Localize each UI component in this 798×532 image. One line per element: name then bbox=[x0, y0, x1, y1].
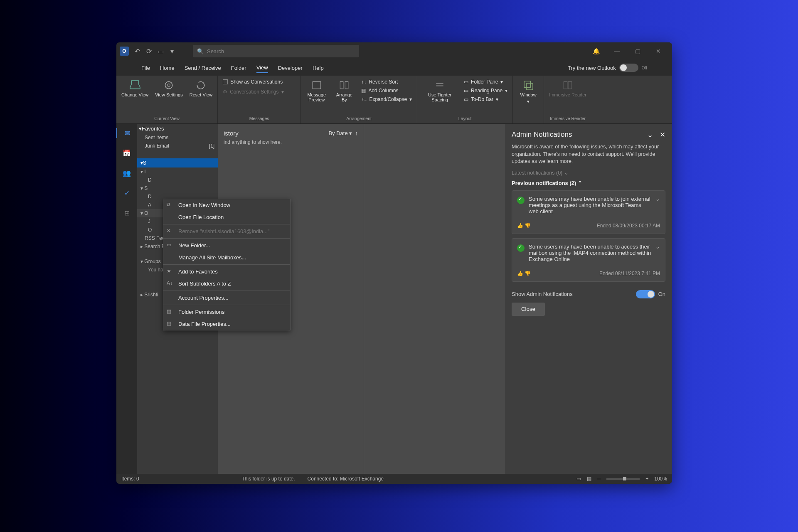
close-pane-icon[interactable]: ✕ bbox=[660, 131, 665, 139]
context-menu-item[interactable]: ▭New Folder... bbox=[163, 239, 290, 251]
mail-icon[interactable]: ✉ bbox=[116, 128, 137, 138]
window-button[interactable]: Window▾ bbox=[516, 78, 540, 106]
try-new-outlook-label: Try the new Outlook bbox=[568, 65, 616, 71]
menu-item-icon: ▭ bbox=[167, 242, 173, 249]
reading-pane bbox=[364, 124, 505, 474]
undo-icon[interactable]: ↶ bbox=[133, 47, 141, 55]
admin-intro: Microsoft is aware of the following issu… bbox=[512, 143, 665, 165]
tab-help[interactable]: Help bbox=[313, 63, 324, 73]
admin-pane-header: Admin Notifications ⌄✕ bbox=[512, 131, 665, 139]
collapse-icon[interactable]: ⌄ bbox=[647, 131, 653, 139]
close-admin-button[interactable]: Close bbox=[512, 303, 545, 316]
context-menu-item[interactable]: A↓Sort Subfolders A to Z bbox=[163, 278, 290, 290]
close-button[interactable]: ✕ bbox=[652, 48, 665, 54]
refresh-icon[interactable]: ⟳ bbox=[145, 47, 153, 55]
toggle-off-label: Off bbox=[642, 66, 647, 70]
svg-rect-5 bbox=[524, 81, 530, 87]
reading-pane-button[interactable]: ▭ Reading Pane ▾ bbox=[462, 87, 509, 94]
expand-collapse-button[interactable]: +₋ Expand/Collapse ▾ bbox=[360, 96, 414, 103]
search-icon: 🔍 bbox=[197, 48, 204, 54]
context-menu-item[interactable]: ★Add to Favorites bbox=[163, 266, 290, 278]
chevron-down-icon[interactable]: ⌄ bbox=[655, 244, 660, 262]
search-input[interactable]: 🔍 Search bbox=[193, 45, 359, 57]
menu-item-icon: A↓ bbox=[167, 280, 173, 287]
zoom-slider[interactable] bbox=[606, 478, 640, 480]
view-normal-icon[interactable]: ▭ bbox=[576, 476, 581, 482]
tab-developer[interactable]: Developer bbox=[278, 63, 303, 73]
context-menu-item[interactable]: ▤Data File Properties... bbox=[163, 318, 290, 330]
chevron-down-icon[interactable]: ⌄ bbox=[655, 196, 660, 214]
folder-pane-button[interactable]: ▭ Folder Pane ▾ bbox=[462, 78, 509, 86]
zoom-in-icon[interactable]: + bbox=[645, 476, 648, 482]
zoom-out-icon[interactable]: ─ bbox=[597, 476, 601, 482]
context-menu-item[interactable]: ▤Folder Permissions bbox=[163, 306, 290, 318]
folder-sent-items[interactable]: Sent Items bbox=[137, 133, 218, 142]
sort-by-date[interactable]: By Date ▾ ↑ bbox=[328, 130, 358, 136]
todo-bar-button[interactable]: ▭ To-Do Bar ▾ bbox=[462, 96, 509, 103]
calendar-icon[interactable]: 📅 bbox=[122, 148, 132, 158]
conversation-settings-button: ⚙Conversation Settings▾ bbox=[221, 88, 285, 96]
tab-file[interactable]: File bbox=[141, 63, 150, 73]
folder-inbox[interactable]: ▾ I bbox=[137, 167, 218, 176]
bell-icon[interactable]: 🔔 bbox=[590, 48, 602, 54]
previous-notifications-header[interactable]: Previous notifications (2) ⌃ bbox=[512, 180, 665, 186]
tab-send-receive[interactable]: Send / Receive bbox=[185, 63, 221, 73]
reverse-sort-button[interactable]: ↑↓ Reverse Sort bbox=[360, 78, 414, 86]
change-view-button[interactable]: Change View bbox=[120, 78, 150, 99]
folder-s2[interactable]: ▾ S bbox=[137, 184, 218, 192]
maximize-button[interactable]: ▢ bbox=[631, 48, 644, 54]
latest-notifications-header[interactable]: Latest notifications (0) ⌄ bbox=[512, 170, 665, 176]
archive-icon[interactable]: ▭ bbox=[156, 47, 165, 55]
notification-card[interactable]: Some users may have been unable to acces… bbox=[512, 238, 665, 282]
tab-home[interactable]: Home bbox=[160, 63, 175, 73]
context-menu-item[interactable]: Open File Location bbox=[163, 211, 290, 223]
feedback-icons[interactable]: 👍 👎 bbox=[517, 271, 531, 276]
context-menu-item[interactable]: Manage All Site Mailboxes... bbox=[163, 251, 290, 264]
add-columns-button[interactable]: ▦ Add Columns bbox=[360, 87, 414, 94]
tasks-icon[interactable]: ✓ bbox=[122, 188, 132, 198]
people-icon[interactable]: 👥 bbox=[122, 168, 132, 178]
show-as-conversations-checkbox[interactable]: Show as Conversations bbox=[221, 78, 284, 86]
empty-message: ind anything to show here. bbox=[224, 139, 358, 145]
tab-folder[interactable]: Folder bbox=[231, 63, 246, 73]
context-menu-item[interactable]: ⧉Open in New Window bbox=[163, 199, 290, 211]
menu-item-icon: ⧉ bbox=[167, 202, 173, 208]
group-current-view-label: Current View bbox=[120, 116, 214, 121]
feedback-icons[interactable]: 👍 👎 bbox=[517, 223, 531, 229]
favorites-header[interactable]: ▾Favorites bbox=[137, 124, 218, 133]
nav-rail: ✉ 📅 👥 ✓ ⊞ bbox=[116, 124, 137, 474]
show-admin-notifications-label: Show Admin Notifications bbox=[512, 291, 573, 297]
folder-title: istory bbox=[224, 130, 239, 137]
minimize-button[interactable]: — bbox=[611, 48, 623, 54]
zoom-level: 100% bbox=[654, 476, 667, 482]
qat-dropdown-icon[interactable]: ▾ bbox=[168, 47, 176, 55]
folder-junk-email[interactable]: Junk Email[1] bbox=[137, 142, 218, 150]
use-tighter-spacing-button[interactable]: Use Tighter Spacing bbox=[421, 78, 459, 104]
folder-d1[interactable]: D bbox=[137, 176, 218, 184]
message-preview-button[interactable]: Message Preview bbox=[304, 78, 329, 104]
status-bar: Items: 0 This folder is up to date. Conn… bbox=[116, 474, 672, 484]
svg-rect-3 bbox=[340, 81, 344, 89]
titlebar: O ↶ ⟳ ▭ ▾ 🔍 Search 🔔 — ▢ ✕ bbox=[116, 42, 672, 60]
group-immersive-label: Immersive Reader bbox=[547, 116, 588, 121]
menu-item-icon: ✕ bbox=[167, 228, 173, 234]
context-menu-item[interactable]: Account Properties... bbox=[163, 292, 290, 304]
svg-rect-6 bbox=[527, 84, 533, 90]
view-settings-button[interactable]: View Settings bbox=[153, 78, 184, 99]
folder-status: This folder is up to date. bbox=[242, 476, 295, 482]
try-new-outlook-toggle[interactable] bbox=[619, 64, 638, 72]
selected-account[interactable]: ▾S bbox=[137, 158, 218, 167]
tab-view[interactable]: View bbox=[256, 63, 268, 73]
notification-card[interactable]: Some users may have been unable to join … bbox=[512, 190, 665, 234]
status-resolved-icon bbox=[517, 197, 525, 204]
arrange-by-button[interactable]: Arrange By bbox=[332, 78, 356, 104]
reset-view-button[interactable]: Reset View bbox=[188, 78, 214, 99]
show-admin-toggle[interactable] bbox=[636, 290, 655, 298]
connection-status: Connected to: Microsoft Exchange bbox=[308, 476, 384, 482]
view-reading-icon[interactable]: ▤ bbox=[587, 476, 591, 482]
more-apps-icon[interactable]: ⊞ bbox=[122, 208, 132, 218]
svg-rect-4 bbox=[345, 81, 349, 89]
svg-rect-2 bbox=[313, 81, 321, 89]
menu-item-icon: ▤ bbox=[167, 320, 173, 327]
ended-timestamp: Ended 08/11/2023 7:41 PM bbox=[599, 271, 660, 276]
